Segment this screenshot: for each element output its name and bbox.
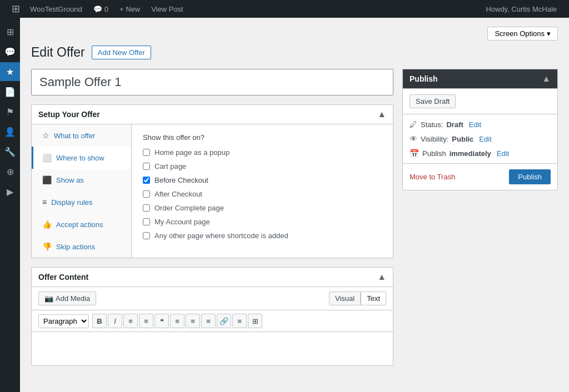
format-bold[interactable]: B [92, 314, 107, 328]
admin-sidebar: ⊞ 💬 ★ 📄 ⚑ 👤 🔧 ⊕ ▶ [0, 18, 20, 392]
setup-nav-skip-actions[interactable]: 👎 Skip actions [32, 235, 131, 258]
display-rules-label: Display rules [51, 198, 92, 207]
checkbox-before-checkout: Before Checkout [143, 176, 382, 184]
format-more[interactable]: ≡ [232, 314, 247, 328]
publish-toggle: ▲ [542, 74, 551, 84]
after-checkout-checkbox[interactable] [143, 190, 150, 198]
format-italic[interactable]: I [108, 314, 122, 328]
checkbox-cart-page: Cart page [143, 162, 382, 170]
sidebar-item-users[interactable]: 👤 [0, 122, 20, 141]
home-page-checkbox[interactable] [143, 149, 150, 156]
accept-actions-label: Accept actions [56, 220, 103, 229]
format-align-right[interactable]: ≡ [201, 314, 216, 328]
checkbox-my-account: My Account page [143, 218, 382, 226]
sidebar-item-dashboard[interactable]: ⊞ [0, 22, 20, 41]
sidebar-item-tools[interactable]: 🔧 [0, 142, 20, 161]
format-align-left[interactable]: ≡ [170, 314, 184, 328]
publish-metabox-header[interactable]: Publish ▲ [403, 69, 557, 89]
user-howdy[interactable]: Howdy, Curtis McHale [480, 0, 562, 18]
checkbox-after-checkout: After Checkout [143, 190, 382, 198]
status-value: Draft [446, 120, 463, 129]
screen-options-bar: Screen Options ▾ [31, 27, 558, 41]
show-as-label: Show as [56, 176, 84, 184]
accept-actions-icon: 👍 [42, 220, 52, 229]
sidebar-item-play[interactable]: ▶ [0, 182, 20, 201]
setup-offer-metabox: Setup Your Offer ▲ ☆ What to offer ⬜ [31, 104, 393, 258]
my-account-label[interactable]: My Account page [154, 218, 210, 226]
cart-page-checkbox[interactable] [143, 163, 150, 170]
checkbox-shortcode: Any other page where shortcode is added [143, 232, 382, 240]
editor-area[interactable] [32, 332, 393, 365]
sidebar-item-plugins[interactable]: ⊕ [0, 162, 20, 181]
show-on-title: Show this offer on? [143, 133, 382, 142]
publish-date-edit-link[interactable]: Edit [497, 149, 509, 158]
screen-options-button[interactable]: Screen Options ▾ [487, 27, 558, 41]
visibility-label: Visibility: [421, 135, 448, 143]
sidebar-item-comments[interactable]: 💬 [0, 42, 20, 61]
format-link[interactable]: 🔗 [217, 314, 231, 328]
shortcode-checkbox[interactable] [143, 232, 150, 239]
format-select[interactable]: Paragraph [38, 314, 89, 328]
site-name[interactable]: WooTestGround [24, 0, 88, 18]
add-media-button[interactable]: 📷 Add Media [38, 292, 96, 305]
format-ol[interactable]: ≡ [139, 314, 153, 328]
format-ul[interactable]: ≡ [123, 314, 138, 328]
setup-nav-what-to-offer[interactable]: ☆ What to offer [32, 124, 131, 147]
screen-options-label: Screen Options [495, 29, 545, 38]
home-page-label[interactable]: Home page as a popup [154, 148, 229, 157]
my-account-checkbox[interactable] [143, 218, 150, 225]
sidebar-item-flag[interactable]: ⚑ [0, 102, 20, 121]
setup-nav-where-to-show[interactable]: ⬜ Where to show [32, 147, 131, 169]
publish-metabox: Publish ▲ Save Draft 🖊 Status: Draft Edi… [402, 69, 558, 190]
shortcode-label[interactable]: Any other page where shortcode is added [154, 232, 288, 240]
publish-actions-top: Save Draft [403, 89, 557, 114]
add-new-offer-button[interactable]: Add New Offer [92, 46, 151, 59]
status-edit-link[interactable]: Edit [469, 120, 481, 129]
publish-date-icon: 📅 [410, 149, 419, 158]
comments-count: 0 [104, 5, 108, 13]
new-content-link[interactable]: + New [114, 0, 146, 18]
checkbox-list: Home page as a popup Cart page Before Ch… [143, 148, 382, 240]
tab-visual[interactable]: Visual [329, 292, 361, 305]
comments-link[interactable]: 💬 0 [88, 0, 114, 18]
sidebar-item-pages[interactable]: 📄 [0, 82, 20, 101]
setup-nav-accept-actions[interactable]: 👍 Accept actions [32, 213, 131, 235]
publish-button[interactable]: Publish [509, 169, 551, 184]
view-post-link[interactable]: View Post [146, 0, 189, 18]
after-checkout-label[interactable]: After Checkout [154, 190, 202, 198]
visibility-edit-link[interactable]: Edit [479, 135, 491, 143]
move-to-trash-link[interactable]: Move to Trash [410, 173, 455, 181]
what-to-offer-label: What to offer [54, 132, 95, 140]
wp-logo[interactable]: ⊞ [7, 0, 24, 18]
format-toolbar[interactable]: ⊞ [248, 314, 262, 328]
skip-actions-label: Skip actions [56, 243, 95, 251]
sidebar-item-offers[interactable]: ★ [0, 62, 20, 81]
status-label: Status: [421, 120, 443, 129]
before-checkout-label[interactable]: Before Checkout [154, 176, 208, 184]
setup-nav-display-rules[interactable]: ≡ Display rules [32, 191, 131, 213]
publish-footer: Move to Trash Publish [403, 164, 557, 190]
offer-content-metabox: Offer Content ▲ 📷 Add Media Visual Text [31, 267, 393, 366]
what-to-offer-icon: ☆ [42, 131, 49, 140]
setup-layout: ☆ What to offer ⬜ Where to show ⬛ Show a… [32, 124, 393, 258]
cart-page-label[interactable]: Cart page [154, 162, 186, 170]
order-complete-label[interactable]: Order Complete page [154, 204, 224, 212]
setup-main-content: Show this offer on? Home page as a popup… [132, 124, 393, 258]
offer-title-input[interactable] [31, 69, 393, 96]
order-complete-checkbox[interactable] [143, 204, 150, 212]
format-align-center[interactable]: ≡ [186, 314, 200, 328]
offer-content-title: Offer Content [38, 273, 88, 282]
checkbox-home-page: Home page as a popup [143, 148, 382, 157]
show-as-icon: ⬛ [42, 175, 52, 184]
publish-info: 🖊 Status: Draft Edit 👁 Visibility: Publi… [403, 114, 557, 164]
format-blockquote[interactable]: ❝ [154, 314, 169, 328]
save-draft-button[interactable]: Save Draft [410, 94, 456, 108]
editor-format-bar: Paragraph B I ≡ ≡ ❝ ≡ ≡ ≡ 🔗 ≡ ⊞ [32, 310, 393, 332]
offer-content-metabox-header[interactable]: Offer Content ▲ [32, 268, 393, 287]
tab-text[interactable]: Text [361, 292, 386, 305]
view-post-label: View Post [151, 5, 183, 13]
setup-offer-metabox-header[interactable]: Setup Your Offer ▲ [32, 105, 393, 124]
before-checkout-checkbox[interactable] [143, 177, 150, 184]
publish-box: Save Draft 🖊 Status: Draft Edit 👁 Visibi… [403, 89, 557, 190]
setup-nav-show-as[interactable]: ⬛ Show as [32, 169, 131, 191]
